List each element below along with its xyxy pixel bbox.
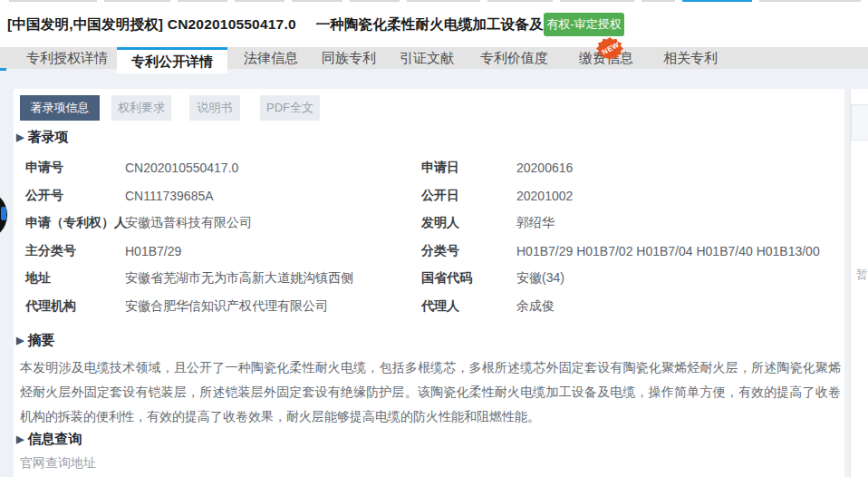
subtab-claims[interactable]: 权利要求	[111, 95, 171, 121]
subtab-pdf[interactable]: PDF全文	[260, 95, 320, 121]
field-value: 20201002	[516, 189, 836, 203]
field-label: 地址	[25, 270, 125, 287]
official-site-query-link[interactable]: 官网查询地址	[20, 455, 96, 472]
subtab-row: 著录项信息 权利要求 说明书 PDF全文	[20, 95, 320, 121]
field-value: H01B7/29	[125, 244, 421, 258]
field-label: 国省代码	[421, 270, 516, 287]
subtab-biblio[interactable]: 著录项信息	[20, 95, 100, 121]
field-value: 安徽迅普科技有限公司	[125, 215, 421, 231]
field-value: 安徽(34)	[516, 270, 836, 287]
field-label: 代理人	[421, 298, 516, 315]
field-value: 安徽省芜湖市无为市高新大道姚沟镇西侧	[125, 270, 421, 287]
field-value: CN111739685A	[125, 189, 421, 203]
floating-widget-icon	[1, 207, 6, 220]
field-label: 申请号	[25, 160, 125, 176]
field-label: 公开号	[25, 188, 125, 204]
triangle-marker-icon: ▶	[16, 131, 24, 143]
abstract-section-title: 摘要	[27, 332, 54, 349]
tab-patent-value[interactable]: 专利价值度	[480, 47, 548, 69]
field-value: 郭绍华	[516, 215, 836, 231]
tab-patent-family[interactable]: 同族专利	[322, 47, 376, 69]
field-value: 安徽合肥华信知识产权代理有限公司	[125, 298, 421, 315]
field-label: 申请日	[421, 160, 516, 176]
tab-citations[interactable]: 引证文献	[400, 47, 454, 69]
field-label: 分类号	[421, 243, 516, 259]
patent-number: CN202010550417.0	[168, 16, 296, 33]
tab-related-patents[interactable]: 相关专利	[663, 47, 718, 69]
field-label: 公开日	[421, 188, 516, 204]
biblio-section-header: ▶ 著录项	[16, 129, 68, 146]
triangle-marker-icon: ▶	[16, 433, 24, 445]
side-panel-box[interactable]	[851, 104, 868, 141]
info-query-section-title: 信息查询	[27, 431, 82, 448]
legal-status-badge[interactable]: 有权-审定授权	[544, 13, 624, 36]
patent-detail-page: [中国发明,中国发明授权] CN202010550417.0 一种陶瓷化柔性耐火…	[0, 0, 868, 477]
tab-publication-detail[interactable]: 专利公开详情	[117, 47, 227, 73]
patent-category: [中国发明,中国发明授权]	[7, 15, 163, 34]
patent-title-bar: [中国发明,中国发明授权] CN202010550417.0 一种陶瓷化柔性耐火…	[0, 2, 868, 47]
left-edge-accent	[0, 68, 6, 71]
tab-legal-info[interactable]: 法律信息	[244, 47, 298, 69]
new-badge: NEW	[594, 37, 625, 60]
tab-granted-detail[interactable]: 专利授权详情	[26, 47, 108, 69]
patent-name: 一种陶瓷化柔性耐火电缆加工设备及电缆	[316, 15, 573, 34]
field-value: 余成俊	[516, 298, 836, 315]
field-value: CN202010550417.0	[125, 161, 421, 175]
info-query-section-header: ▶ 信息查询	[16, 431, 82, 448]
patent-title: [中国发明,中国发明授权] CN202010550417.0 一种陶瓷化柔性耐火…	[7, 2, 572, 47]
field-value: H01B7/29 H01B7/02 H01B7/04 H01B7/40 H01B…	[516, 244, 836, 258]
field-value: 20200616	[516, 161, 836, 175]
field-label: 申请（专利权）人	[25, 215, 125, 231]
right-side-panel: 暂	[850, 89, 868, 477]
field-label: 发明人	[421, 215, 516, 231]
side-panel-partial-text: 暂	[856, 267, 868, 283]
field-label: 代理机构	[25, 298, 125, 315]
floating-widget[interactable]	[0, 190, 7, 240]
triangle-marker-icon: ▶	[16, 335, 24, 346]
subtab-description[interactable]: 说明书	[189, 95, 240, 121]
abstract-text: 本发明涉及电缆技术领域，且公开了一种陶瓷化柔性耐火电缆，包括多根缆芯，多根所述缆…	[20, 355, 841, 429]
biblio-fields: 申请号 CN202010550417.0 申请日 20200616 公开号 CN…	[25, 154, 836, 320]
abstract-section-header: ▶ 摘要	[16, 332, 54, 349]
biblio-section-title: 著录项	[27, 129, 68, 146]
content-card: 著录项信息 权利要求 说明书 PDF全文 ▶ 著录项 申请号 CN2020105…	[14, 89, 844, 477]
field-label: 主分类号	[25, 243, 125, 259]
